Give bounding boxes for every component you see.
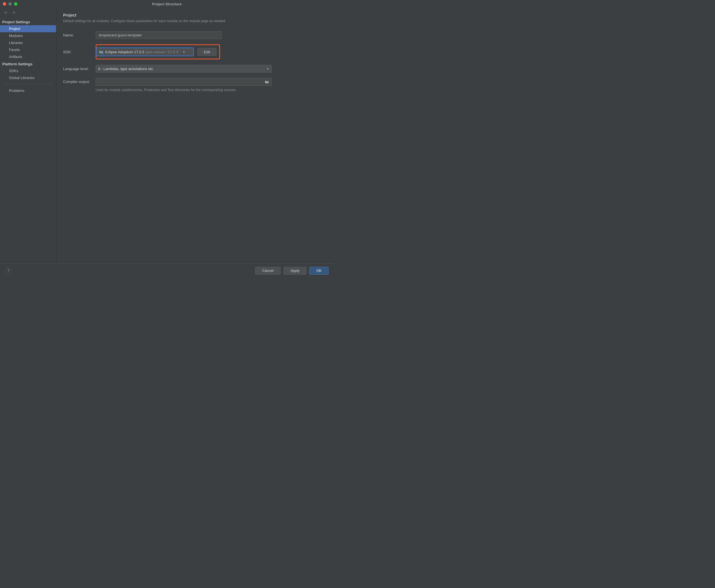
- language-level-value: 8 - Lambdas, type annotations etc.: [98, 67, 154, 71]
- sdk-value: Eclipse Adoptium 17.0.3: [105, 50, 144, 54]
- compiler-output-label: Compiler output:: [63, 78, 96, 84]
- sidebar: Project Settings Project Modules Librari…: [0, 8, 56, 264]
- sidebar-item-label: Project: [9, 27, 20, 31]
- sidebar-item-label: SDKs: [9, 69, 18, 73]
- button-label: OK: [316, 269, 322, 273]
- nav-back-icon[interactable]: [3, 10, 8, 16]
- help-icon: ?: [7, 269, 9, 273]
- sdk-dropdown[interactable]: Eclipse Adoptium 17.0.3 java version "17…: [97, 48, 193, 56]
- titlebar: Project Structure: [0, 0, 334, 8]
- footer: ? Cancel Apply OK: [0, 264, 334, 277]
- language-level-dropdown[interactable]: 8 - Lambdas, type annotations etc. ▼: [96, 65, 272, 72]
- sidebar-item-libraries[interactable]: Libraries: [0, 39, 56, 46]
- nav-forward-icon[interactable]: [12, 10, 16, 16]
- button-label: Apply: [290, 269, 300, 273]
- sidebar-item-label: Libraries: [9, 41, 23, 45]
- sidebar-divider: [3, 84, 53, 84]
- sidebar-item-label: Facets: [9, 48, 20, 52]
- sidebar-item-label: Global Libraries: [9, 76, 35, 80]
- page-title: Project: [63, 13, 327, 17]
- sidebar-item-label: Artifacts: [9, 55, 22, 59]
- name-label: Name:: [63, 33, 96, 37]
- ok-button[interactable]: OK: [309, 267, 329, 275]
- language-level-label: Language level:: [63, 67, 96, 71]
- sidebar-item-artifacts[interactable]: Artifacts: [0, 53, 56, 60]
- help-button[interactable]: ?: [5, 267, 12, 274]
- project-name-input[interactable]: [96, 31, 222, 39]
- content-panel: Project Default settings for all modules…: [56, 8, 334, 264]
- compiler-output-help: Used for module subdirectories, Producti…: [96, 88, 272, 92]
- sdk-folder-icon: [99, 50, 103, 54]
- compiler-output-input[interactable]: [96, 78, 272, 86]
- apply-button[interactable]: Apply: [284, 267, 307, 275]
- platform-settings-header: Platform Settings: [0, 60, 56, 67]
- button-label: Cancel: [262, 269, 273, 273]
- sdk-highlight-box: Eclipse Adoptium 17.0.3 java version "17…: [96, 44, 220, 59]
- sdk-hint: java version "17.0.3": [146, 50, 179, 54]
- chevron-down-icon: ▼: [266, 67, 269, 70]
- sidebar-item-sdks[interactable]: SDKs: [0, 67, 56, 74]
- cancel-button[interactable]: Cancel: [255, 267, 280, 275]
- edit-sdk-button[interactable]: Edit: [198, 48, 217, 56]
- sdk-label: SDK:: [63, 50, 96, 54]
- svg-point-0: [102, 52, 103, 54]
- sidebar-item-label: Problems: [9, 88, 24, 93]
- sidebar-item-modules[interactable]: Modules: [0, 32, 56, 39]
- sidebar-item-label: Modules: [9, 34, 23, 38]
- sidebar-item-project[interactable]: Project: [0, 25, 56, 32]
- project-settings-header: Project Settings: [0, 18, 56, 25]
- sidebar-item-facets[interactable]: Facets: [0, 46, 56, 53]
- button-label: Edit: [204, 50, 210, 54]
- sidebar-item-problems[interactable]: Problems: [0, 87, 56, 94]
- browse-folder-icon[interactable]: [265, 80, 269, 84]
- window-title: Project Structure: [0, 2, 334, 6]
- sidebar-item-global-libraries[interactable]: Global Libraries: [0, 74, 56, 81]
- page-description: Default settings for all modules. Config…: [63, 19, 327, 23]
- chevron-down-icon: ▼: [183, 50, 185, 54]
